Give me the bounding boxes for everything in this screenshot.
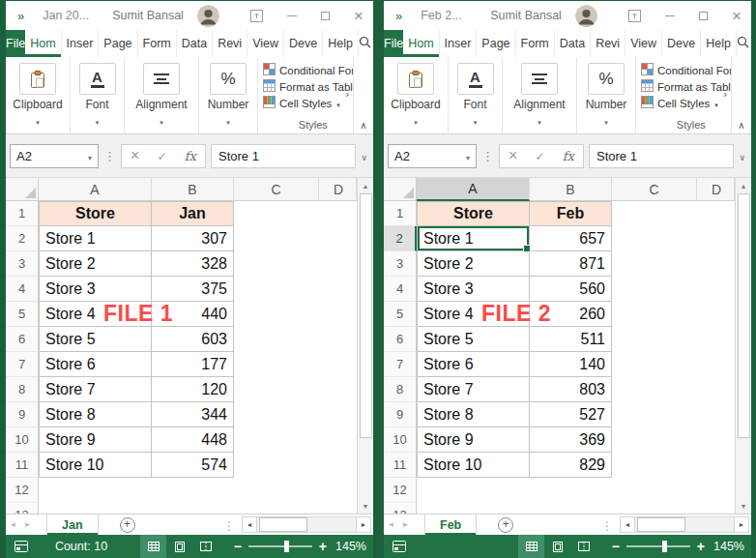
zoom-out-button[interactable] [234,538,242,555]
select-all-corner[interactable] [6,178,39,201]
zoom-slider[interactable] [626,545,690,547]
cell-month-header[interactable]: Feb [530,201,612,226]
normal-view-button[interactable] [140,535,166,558]
row-header[interactable]: 4 [6,277,39,302]
name-box[interactable]: A2 [10,144,99,168]
row-header[interactable]: 3 [384,251,417,277]
number-group-button[interactable]: % Number [199,57,258,133]
scroll-right-icon[interactable] [734,516,749,533]
alignment-group-button[interactable]: Alignment [503,57,577,133]
vertical-scrollbar[interactable] [735,178,751,514]
empty-cells[interactable] [234,402,357,427]
enter-icon[interactable] [536,147,545,164]
cell-value[interactable]: 369 [530,427,612,453]
cell-store[interactable]: Store 1 [39,226,152,251]
sheet-tab[interactable]: Feb [424,514,477,535]
row-header[interactable]: 6 [6,327,39,352]
cell-value[interactable]: 574 [152,453,234,478]
format-as-table-button[interactable]: Format as Table [641,78,732,95]
scroll-down-icon[interactable] [358,498,373,514]
row-header[interactable]: 10 [384,427,417,453]
page-break-view-button[interactable] [192,535,218,558]
ribbon-tab[interactable]: Revi [591,30,625,57]
ribbon-tab[interactable]: Page [477,30,515,57]
formula-input[interactable]: Store 1 [589,144,734,168]
cell-value[interactable]: 603 [152,327,234,352]
cell-value[interactable]: 511 [530,327,612,352]
empty-cells[interactable] [234,226,357,251]
scrollbar-thumb[interactable] [360,193,372,438]
empty-cells[interactable] [612,277,735,302]
empty-cells[interactable] [234,302,357,327]
name-box-dropdown-icon[interactable] [88,149,92,163]
scroll-left-icon[interactable] [242,516,257,533]
column-header[interactable]: B [152,178,234,201]
empty-cells[interactable] [612,402,735,427]
ribbon-display-options-icon[interactable] [250,10,263,22]
clipboard-group-button[interactable]: Clipboard [6,57,71,133]
row-header[interactable]: 8 [6,377,39,402]
ribbon-tab[interactable]: Hom [25,30,61,57]
row-header[interactable]: 12 [6,478,39,503]
cell-store[interactable]: Store 9 [417,427,530,453]
sheet-nav-right-icon[interactable] [20,520,35,529]
file-tab[interactable]: File [384,30,403,57]
row-header[interactable]: 2 [384,226,417,251]
ribbon-tab[interactable]: Form [138,30,177,57]
column-header[interactable]: D [697,178,735,201]
row-header[interactable]: 9 [384,402,417,427]
empty-cells[interactable] [612,201,735,226]
zoom-level[interactable]: 145% [712,540,744,553]
empty-cells[interactable] [612,453,735,478]
cell-store[interactable]: Store 2 [417,251,530,277]
horizontal-scrollbar[interactable] [620,516,749,533]
normal-view-button[interactable] [518,535,544,558]
cell-value[interactable]: 140 [530,352,612,377]
formula-input[interactable]: Store 1 [211,144,356,168]
empty-cells[interactable] [612,302,735,327]
cell-store[interactable]: Store 8 [417,402,530,427]
sheet-nav-left-icon[interactable] [6,520,20,529]
page-layout-view-button[interactable] [544,535,570,558]
cell-value[interactable]: 375 [152,277,234,302]
user-avatar[interactable] [197,5,219,27]
row-header[interactable]: 5 [6,302,39,327]
ribbon-tab[interactable]: Hom [403,30,439,57]
cell-value[interactable]: 120 [152,377,234,402]
tabs-overflow-icon[interactable] [374,35,378,52]
quick-access-toolbar-icon[interactable]: » [17,9,23,23]
zoom-out-button[interactable] [612,538,620,555]
user-name[interactable]: Sumit Bansal [490,9,562,22]
quick-access-toolbar-icon[interactable]: » [395,9,401,23]
search-icon[interactable] [359,35,371,52]
cell-value[interactable]: 871 [530,251,612,277]
row-header[interactable]: 1 [384,201,417,226]
row-header[interactable]: 12 [384,478,417,503]
zoom-slider-thumb[interactable] [662,541,667,552]
close-button[interactable] [732,8,741,24]
row-header[interactable]: 5 [384,302,417,327]
scrollbar-track[interactable] [257,516,356,533]
close-button[interactable] [354,8,363,24]
column-header[interactable]: D [319,178,357,201]
column-header[interactable]: C [612,178,697,201]
row-header[interactable]: 1 [6,201,39,226]
new-sheet-button[interactable] [498,517,513,533]
maximize-button[interactable] [321,12,330,20]
row-header[interactable]: 4 [384,277,417,302]
alignment-group-button[interactable]: Alignment [125,57,199,133]
cell-value[interactable]: 448 [152,427,234,453]
number-group-button[interactable]: % Number [577,57,636,133]
minimize-button[interactable] [665,15,675,16]
ribbon-tab[interactable]: Data [555,30,591,57]
vertical-scrollbar[interactable] [357,178,373,514]
empty-cells[interactable] [612,427,735,453]
new-sheet-button[interactable] [120,517,135,533]
scrollbar-track[interactable] [635,516,734,533]
page-break-view-button[interactable] [570,535,596,558]
insert-function-icon[interactable] [185,147,196,164]
maximize-button[interactable] [699,12,708,20]
zoom-slider[interactable] [248,545,312,547]
ribbon-tab[interactable]: Inser [440,30,478,57]
row-header[interactable]: 3 [6,251,39,277]
